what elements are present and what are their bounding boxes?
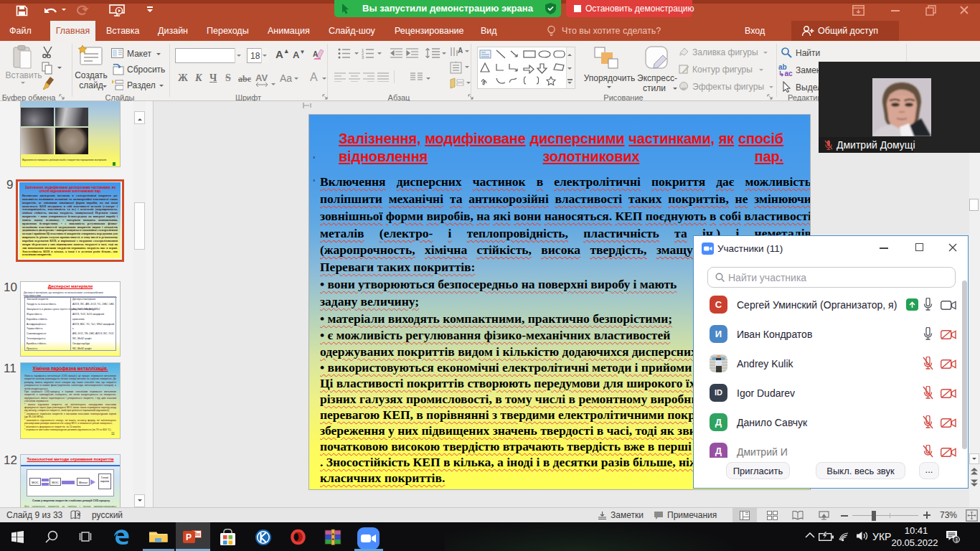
svg-text:P: P [186,532,192,542]
svg-text:3: 3 [362,55,364,59]
svg-text:1: 1 [956,537,958,543]
svg-text:А: А [458,47,463,55]
svg-text:A: A [313,50,318,58]
